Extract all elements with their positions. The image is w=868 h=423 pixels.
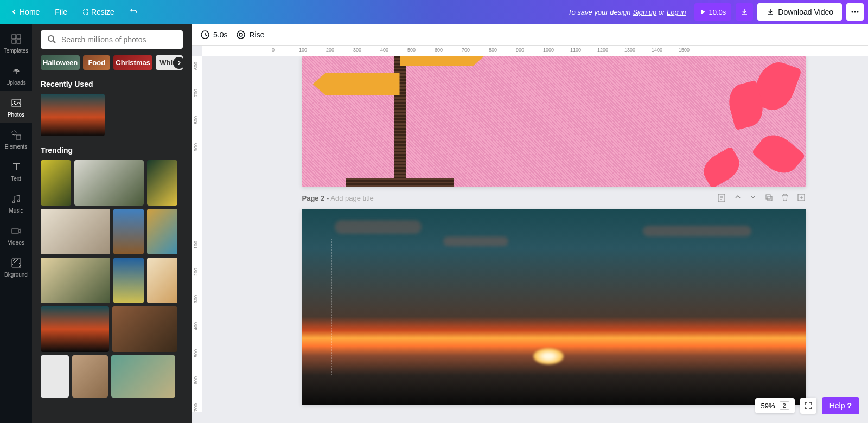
page-2-canvas[interactable] bbox=[302, 209, 806, 405]
zoom-label: 59% bbox=[761, 402, 775, 410]
notes-button[interactable] bbox=[717, 193, 726, 203]
play-time-label: 10.0s bbox=[709, 8, 726, 16]
svg-point-9 bbox=[12, 131, 16, 135]
download-icon-button[interactable] bbox=[736, 3, 753, 21]
download-video-button[interactable]: Download Video bbox=[757, 3, 842, 21]
tool-text[interactable]: Text bbox=[0, 155, 32, 187]
animation-control[interactable]: Rise bbox=[236, 30, 264, 40]
photo-thumb[interactable] bbox=[113, 258, 144, 303]
download-label: Download Video bbox=[778, 8, 833, 16]
category-next-button[interactable] bbox=[173, 57, 183, 69]
svg-rect-19 bbox=[766, 195, 770, 199]
svg-point-8 bbox=[14, 101, 15, 103]
svg-point-14 bbox=[48, 36, 54, 41]
category-halloween[interactable]: Halloween bbox=[41, 55, 80, 70]
page-2-label: Page 2 bbox=[302, 194, 325, 202]
svg-point-2 bbox=[857, 11, 859, 13]
help-button[interactable]: Help ? bbox=[822, 397, 859, 414]
photo-thumb[interactable] bbox=[147, 160, 177, 206]
signup-link[interactable]: Sign up bbox=[633, 8, 656, 16]
video-icon bbox=[10, 225, 23, 238]
photo-thumb[interactable] bbox=[41, 258, 110, 303]
play-icon bbox=[700, 9, 706, 15]
home-label: Home bbox=[20, 8, 40, 16]
page-title-input[interactable]: Add page title bbox=[330, 194, 374, 202]
photo-thumb[interactable] bbox=[41, 209, 110, 254]
download-icon bbox=[740, 8, 749, 16]
tool-photos[interactable]: Photos bbox=[0, 91, 32, 123]
background-icon bbox=[10, 257, 23, 270]
plants-element[interactable] bbox=[665, 56, 806, 187]
photo-thumb-sunset[interactable] bbox=[41, 94, 105, 136]
add-page-button[interactable] bbox=[797, 193, 806, 203]
photo-thumb[interactable] bbox=[111, 355, 175, 398]
svg-rect-10 bbox=[16, 135, 21, 139]
templates-icon bbox=[10, 33, 23, 46]
download-icon bbox=[766, 8, 775, 16]
fullscreen-button[interactable] bbox=[800, 398, 816, 414]
side-panel: Halloween Food Christmas White Recently … bbox=[32, 24, 192, 423]
login-link[interactable]: Log in bbox=[667, 8, 686, 16]
photo-thumb[interactable] bbox=[41, 355, 69, 398]
photo-thumb[interactable] bbox=[74, 160, 144, 206]
tool-videos[interactable]: Videos bbox=[0, 219, 32, 251]
move-up-button[interactable] bbox=[734, 193, 742, 203]
photo-thumb[interactable] bbox=[147, 209, 177, 254]
page-1-canvas[interactable] bbox=[302, 56, 806, 187]
clock-icon bbox=[200, 30, 210, 40]
photo-thumb[interactable] bbox=[41, 160, 71, 206]
context-toolbar: 5.0s Rise bbox=[192, 24, 868, 46]
save-prompt: To save your design Sign up or Log in bbox=[568, 8, 686, 16]
svg-rect-6 bbox=[17, 40, 21, 43]
page-2-header: Page 2 - Add page title bbox=[302, 187, 806, 209]
photo-thumb[interactable] bbox=[72, 355, 108, 398]
category-food[interactable]: Food bbox=[83, 55, 110, 70]
tool-uploads[interactable]: Uploads bbox=[0, 59, 32, 91]
recent-photos bbox=[41, 94, 183, 136]
svg-rect-3 bbox=[12, 35, 16, 39]
elements-icon bbox=[10, 129, 23, 142]
undo-button[interactable] bbox=[123, 4, 145, 20]
page-indicator[interactable]: 2 bbox=[780, 401, 789, 410]
svg-point-11 bbox=[12, 201, 15, 203]
help-label: Help bbox=[829, 401, 845, 410]
svg-rect-20 bbox=[768, 196, 772, 201]
canvas-scroll[interactable]: Page 2 - Add page title bbox=[192, 56, 868, 423]
photo-thumb[interactable] bbox=[112, 306, 177, 352]
file-button[interactable]: File bbox=[48, 4, 74, 20]
tool-music[interactable]: Music bbox=[0, 187, 32, 219]
tool-background[interactable]: Bkground bbox=[0, 251, 32, 283]
svg-point-1 bbox=[854, 11, 856, 13]
svg-point-12 bbox=[17, 200, 20, 202]
more-button[interactable] bbox=[846, 3, 864, 21]
canvas-area: 5.0s Rise 010020030040050060070080090010… bbox=[192, 24, 868, 423]
search-box[interactable] bbox=[41, 30, 183, 49]
animation-icon bbox=[236, 30, 246, 40]
search-input[interactable] bbox=[61, 35, 176, 44]
home-button[interactable]: Home bbox=[4, 4, 46, 20]
svg-point-16 bbox=[237, 31, 245, 39]
photo-thumb[interactable] bbox=[41, 306, 109, 352]
category-christmas[interactable]: Christmas bbox=[113, 55, 152, 70]
delete-button[interactable] bbox=[781, 193, 789, 203]
tool-elements[interactable]: Elements bbox=[0, 123, 32, 155]
help-icon: ? bbox=[847, 401, 852, 410]
photo-thumb[interactable] bbox=[113, 209, 144, 254]
zoom-control[interactable]: 59% 2 bbox=[755, 398, 794, 413]
duplicate-button[interactable] bbox=[764, 193, 773, 203]
signpost-element[interactable] bbox=[367, 56, 406, 187]
duration-control[interactable]: 5.0s bbox=[200, 30, 227, 40]
move-down-button[interactable] bbox=[749, 193, 757, 203]
tool-templates[interactable]: Templates bbox=[0, 27, 32, 59]
trending-photos bbox=[41, 160, 183, 398]
play-button[interactable]: 10.0s bbox=[694, 3, 731, 21]
app-header: Home File Resize To save your design Sig… bbox=[0, 0, 868, 24]
bottom-bar: 59% 2 Help ? bbox=[755, 397, 859, 414]
resize-button[interactable]: Resize bbox=[76, 4, 121, 20]
photo-thumb[interactable] bbox=[147, 258, 177, 303]
recently-used-title: Recently Used bbox=[41, 80, 183, 88]
trending-title: Trending bbox=[41, 146, 183, 155]
svg-rect-13 bbox=[12, 228, 18, 234]
svg-rect-4 bbox=[17, 35, 21, 39]
more-horizontal-icon bbox=[851, 8, 859, 16]
